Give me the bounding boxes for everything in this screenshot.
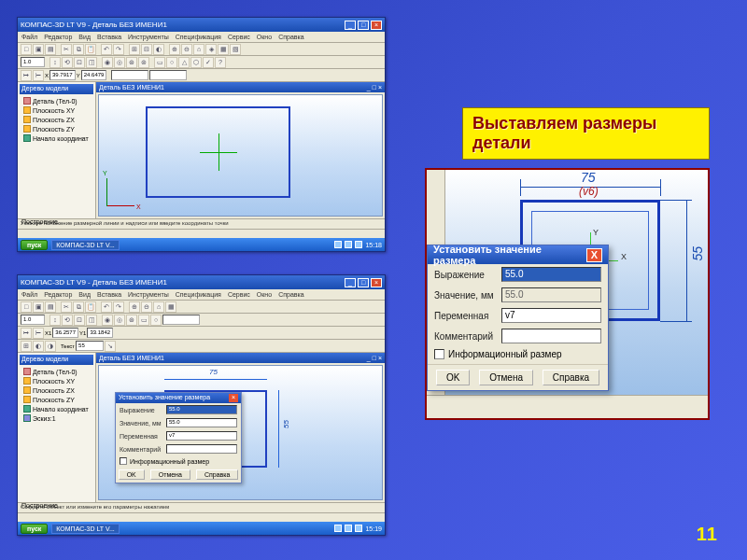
menu-item[interactable]: Файл bbox=[21, 34, 37, 40]
tray-icon[interactable] bbox=[345, 241, 352, 248]
tree-item[interactable]: Плоскость XY bbox=[20, 105, 93, 115]
tray-icon[interactable] bbox=[355, 525, 362, 532]
checkbox[interactable] bbox=[120, 457, 127, 465]
maximize-button[interactable]: □ bbox=[358, 278, 369, 287]
comment-input[interactable] bbox=[501, 329, 601, 343]
tool-button[interactable]: ◫ bbox=[86, 57, 97, 68]
tool-button[interactable]: □ bbox=[21, 44, 32, 55]
tree-item[interactable]: Деталь (Тел-0) bbox=[20, 96, 93, 105]
menu-item[interactable]: Редактор bbox=[44, 34, 72, 40]
tool-button[interactable]: □ bbox=[21, 301, 32, 313]
menu-item[interactable]: Окно bbox=[257, 34, 272, 40]
tree-item[interactable]: Плоскость ZX bbox=[20, 115, 93, 124]
variable-input[interactable]: v7 bbox=[501, 308, 601, 323]
start-button[interactable]: пуск bbox=[21, 240, 48, 250]
tool-button[interactable]: ⟲ bbox=[62, 315, 73, 326]
taskbar-task[interactable]: КОМПАС-3D LT V... bbox=[51, 240, 119, 250]
tool-button[interactable]: ⌂ bbox=[193, 44, 204, 55]
menu-item[interactable]: Сервис bbox=[228, 34, 250, 40]
tool-button[interactable]: ✂ bbox=[61, 44, 72, 55]
tool-button[interactable]: ▭ bbox=[138, 315, 149, 326]
tool-button[interactable]: 📋 bbox=[85, 44, 96, 55]
tray-icon[interactable] bbox=[334, 241, 342, 248]
tool-button[interactable]: ◫ bbox=[86, 315, 97, 326]
coord-y[interactable]: 33.1842 bbox=[87, 328, 113, 338]
tool-button[interactable]: ⊞ bbox=[21, 341, 32, 352]
comment-input[interactable] bbox=[166, 444, 237, 454]
tool-button[interactable]: ⊢ bbox=[33, 70, 44, 81]
tool-button[interactable]: ▣ bbox=[33, 44, 44, 55]
text-input[interactable]: 55 bbox=[76, 341, 104, 351]
menu-item[interactable]: Инструменты bbox=[128, 34, 169, 40]
tool-button[interactable]: 📋 bbox=[85, 301, 96, 313]
tool-button[interactable]: ↘ bbox=[105, 341, 116, 352]
tree-item[interactable]: Начало координат bbox=[20, 133, 93, 143]
tree-item[interactable]: Плоскость ZX bbox=[20, 385, 93, 395]
close-button[interactable]: X bbox=[586, 248, 602, 262]
extra-input[interactable] bbox=[111, 70, 148, 80]
tool-button[interactable]: ▤ bbox=[45, 44, 56, 55]
doc-maximize[interactable]: □ bbox=[373, 355, 376, 361]
tree-item[interactable]: Деталь (Тел-0) bbox=[20, 367, 93, 376]
extra-input[interactable] bbox=[162, 315, 200, 325]
tool-button[interactable]: ▧ bbox=[230, 44, 241, 55]
tool-button[interactable]: ⊛ bbox=[126, 57, 137, 68]
tool-button[interactable]: ⟲ bbox=[62, 57, 73, 68]
cancel-button[interactable]: Отмена bbox=[150, 469, 190, 480]
extra-input[interactable] bbox=[149, 70, 187, 80]
menu-item[interactable]: Вставка bbox=[97, 291, 121, 298]
doc-close[interactable]: × bbox=[378, 84, 382, 91]
tray-icon[interactable] bbox=[345, 525, 352, 532]
tool-button[interactable]: ◉ bbox=[102, 315, 113, 326]
tool-button[interactable]: ↦ bbox=[21, 328, 32, 339]
maximize-button[interactable]: □ bbox=[358, 21, 369, 30]
tool-button[interactable]: ◎ bbox=[114, 315, 125, 326]
minimize-button[interactable]: _ bbox=[345, 21, 356, 30]
tool-button[interactable]: ⊛ bbox=[126, 315, 137, 326]
tool-button[interactable]: △ bbox=[178, 57, 190, 68]
doc-minimize[interactable]: _ bbox=[367, 355, 371, 361]
tool-button[interactable]: ✂ bbox=[61, 301, 72, 313]
tool-button[interactable]: ◎ bbox=[114, 57, 125, 68]
tree-item[interactable]: Эскиз:1 bbox=[20, 413, 93, 423]
tool-button[interactable]: ▦ bbox=[218, 44, 229, 55]
menu-item[interactable]: Вставка bbox=[97, 34, 121, 40]
tool-button[interactable]: ? bbox=[215, 57, 226, 68]
tray-icon[interactable] bbox=[334, 525, 342, 532]
coord-x[interactable]: 36.2577 bbox=[52, 328, 78, 338]
tool-button[interactable]: ▣ bbox=[33, 301, 44, 313]
tool-button[interactable]: ↦ bbox=[21, 70, 32, 81]
tool-button[interactable]: ↶ bbox=[101, 301, 112, 313]
close-button[interactable]: × bbox=[371, 278, 382, 287]
ok-button[interactable]: OK bbox=[119, 469, 145, 480]
value-input[interactable]: 55.0 bbox=[166, 418, 237, 427]
tool-button[interactable]: ⧉ bbox=[73, 301, 84, 313]
menu-item[interactable]: Окно bbox=[257, 291, 272, 298]
tool-button[interactable]: ⊡ bbox=[74, 315, 85, 326]
ok-button[interactable]: OK bbox=[436, 370, 470, 385]
close-button[interactable]: × bbox=[371, 21, 382, 30]
coord-y[interactable]: 24.6479 bbox=[81, 70, 107, 80]
tool-button[interactable]: ▦ bbox=[165, 301, 176, 313]
expression-input[interactable]: 55.0 bbox=[501, 267, 601, 282]
tool-button[interactable]: ↶ bbox=[101, 44, 112, 55]
tool-button[interactable]: ⌂ bbox=[153, 301, 164, 313]
tool-button[interactable]: ◑ bbox=[45, 341, 56, 352]
help-button[interactable]: Справка bbox=[196, 469, 238, 480]
tree-item[interactable]: Плоскость ZY bbox=[20, 395, 93, 404]
menu-item[interactable]: Редактор bbox=[44, 291, 72, 298]
tool-button[interactable]: ⊡ bbox=[74, 57, 85, 68]
tool-button[interactable]: ▭ bbox=[154, 57, 165, 68]
tool-button[interactable]: ⊚ bbox=[138, 57, 149, 68]
drawing-canvas[interactable]: X Y bbox=[98, 94, 383, 217]
tool-button[interactable]: ✓ bbox=[203, 57, 214, 68]
tool-button[interactable]: ↷ bbox=[113, 301, 124, 313]
tool-button[interactable]: ↕ bbox=[49, 315, 61, 326]
tool-button[interactable]: ○ bbox=[166, 57, 177, 68]
tool-button[interactable]: ⊢ bbox=[33, 328, 44, 339]
start-button[interactable]: пуск bbox=[21, 524, 48, 534]
dialog-titlebar[interactable]: Установить значение размера X bbox=[428, 245, 608, 264]
tool-button[interactable]: ◐ bbox=[153, 44, 164, 55]
tool-button[interactable]: ⊞ bbox=[129, 44, 140, 55]
doc-maximize[interactable]: □ bbox=[373, 84, 376, 91]
